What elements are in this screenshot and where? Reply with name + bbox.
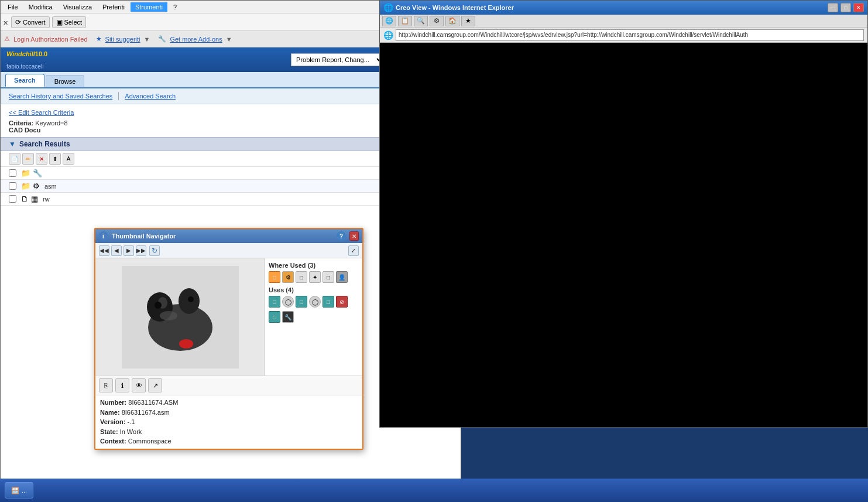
meta-context-label: Context: (100, 438, 126, 445)
ie-content-area (380, 43, 867, 427)
uses-icon-7[interactable]: □ (269, 311, 280, 323)
where-used-icon-2[interactable]: ⚙ (282, 271, 294, 283)
edit-btn[interactable]: ✏ (22, 153, 34, 165)
advanced-search-link[interactable]: Advanced Search (125, 93, 176, 100)
ie-close-button[interactable]: ✕ (853, 3, 864, 12)
row-text-rw: rw (43, 196, 50, 203)
row-icon-doc: 🗋 (21, 194, 29, 203)
ie-icons-toolbar: 🌐 📋 🔍 ⚙ 🏠 ★ (380, 15, 867, 28)
meta-state-label: State: (100, 428, 118, 435)
uses-icon-3[interactable]: □ (296, 296, 307, 308)
uses-icon-6[interactable]: ⊘ (336, 296, 348, 308)
nav-prev-button[interactable]: ◀ (111, 245, 122, 256)
search-history-link[interactable]: Search History and Saved Searches (9, 93, 112, 100)
popup-title: Thumbnail Navigator (112, 233, 333, 240)
convert-icon: ⟳ (15, 18, 21, 26)
popup-metadata: Number: 8I66311674.ASM Name: 8I66311674.… (95, 395, 362, 449)
row-checkbox[interactable] (9, 182, 16, 190)
meta-name-value: 8I66311674.asm (122, 409, 170, 416)
collapse-icon[interactable]: ▼ (9, 140, 16, 148)
taskbar-item[interactable]: 🪟 ... (5, 482, 33, 498)
uses-icon-4[interactable]: ◯ (309, 296, 321, 308)
row-icon-grid: ▦ (31, 194, 38, 203)
popup-expand-button[interactable]: ⤢ (348, 245, 359, 256)
menu-modifica[interactable]: Modifica (24, 2, 57, 12)
meta-version-value: -.1 (127, 418, 135, 425)
criteria-keyword-value: Keyword=8 (35, 119, 67, 127)
checkin-btn[interactable]: ⬆ (49, 153, 61, 165)
uses-icon-5[interactable]: □ (323, 296, 334, 308)
part-3d-svg (122, 266, 239, 368)
action-view-btn[interactable]: 👁 (132, 378, 146, 392)
ie-maximize-button[interactable]: □ (840, 3, 851, 12)
meta-number-value: 8I66311674.ASM (128, 399, 178, 406)
menu-visualizza[interactable]: Visualizza (59, 2, 97, 12)
nav-next-button[interactable]: ▶ (123, 245, 134, 256)
nav-last-button[interactable]: ▶▶ (136, 245, 146, 256)
edit-criteria-link[interactable]: << Edit Search Criteria (9, 109, 74, 116)
convert-label: Convert (23, 19, 46, 26)
search-results-title: Search Results (19, 140, 70, 148)
popup-header: i Thumbnail Navigator ? ✕ (95, 229, 362, 243)
nav-first-button[interactable]: ◀◀ (99, 245, 109, 256)
select-button[interactable]: ▣ Select (52, 16, 87, 28)
row-checkbox[interactable] (9, 195, 16, 203)
nav-refresh-button[interactable]: ↻ (149, 245, 160, 256)
thumbnail-popup: i Thumbnail Navigator ? ✕ ◀◀ ◀ ▶ ▶▶ ↻ ⤢ (94, 228, 363, 450)
uses-icon-8[interactable]: 🔧 (282, 311, 294, 323)
ie-toolbar-btn-3[interactable]: 🔍 (414, 16, 428, 26)
svg-point-7 (160, 311, 177, 320)
new-doc-btn[interactable]: 📄 (9, 153, 20, 165)
uses-title: Uses (4) (269, 286, 359, 293)
meta-number-label: Number: (100, 399, 126, 406)
ie-toolbar-btn-5[interactable]: 🏠 (445, 16, 459, 26)
where-used-icon-4[interactable]: ✦ (309, 271, 321, 283)
convert-button[interactable]: ⟳ Convert (11, 16, 50, 28)
ie-toolbar-btn-6[interactable]: ★ (461, 16, 475, 26)
uses-icon-1[interactable]: □ (269, 296, 280, 308)
action-export-btn[interactable]: ↗ (148, 378, 162, 392)
ie-url-icon: 🌐 (383, 30, 393, 40)
popup-thumbnail-area (95, 258, 265, 375)
delete-btn[interactable]: ✕ (36, 153, 47, 165)
uses-icon-2[interactable]: ◯ (282, 296, 294, 308)
menu-help[interactable]: ? (169, 2, 181, 12)
ie-toolbar-btn-2[interactable]: 📋 (398, 16, 412, 26)
menu-preferiti[interactable]: Preferiti (98, 2, 129, 12)
popup-question-icon[interactable]: ? (337, 231, 346, 241)
windchill-user: fabio.toccaceli (6, 63, 47, 70)
action-copy-btn[interactable]: ⎘ (99, 378, 113, 392)
meta-state-value: In Work (120, 428, 142, 435)
ie-toolbar-btn-1[interactable]: 🌐 (382, 16, 396, 26)
ie-title: Creo View - Windows Internet Explorer (396, 4, 825, 11)
sites-label[interactable]: Siti suggeriti (105, 36, 140, 43)
version-badge: 10.0 (35, 50, 47, 57)
where-used-title: Where Used (3) (269, 262, 359, 269)
popup-close-button[interactable]: ✕ (349, 231, 359, 241)
ie-toolbar-btn-4[interactable]: ⚙ (430, 16, 444, 26)
where-used-icon-3[interactable]: □ (296, 271, 307, 283)
popup-nav: ◀◀ ◀ ▶ ▶▶ ↻ ⤢ (95, 243, 362, 258)
cad-doc-label: CAD Docu (9, 127, 40, 134)
ie-url-input[interactable] (396, 29, 864, 41)
where-used-icon-1[interactable]: □ (269, 271, 280, 283)
where-used-icon-5[interactable]: □ (323, 271, 334, 283)
row-checkbox[interactable] (9, 169, 16, 177)
where-used-icon-6[interactable]: 👤 (336, 271, 348, 283)
addons-label[interactable]: Get more Add-ons (170, 36, 222, 43)
extra-btn[interactable]: A (63, 153, 74, 165)
tab-search[interactable]: Search (5, 74, 44, 87)
popup-info-panel: Where Used (3) □ ⚙ □ ✦ □ 👤 Uses (4) □ ◯ … (265, 258, 362, 375)
criteria-label: Criteria: (9, 119, 33, 127)
separator (118, 92, 119, 100)
ie-minimize-button[interactable]: — (828, 3, 838, 12)
window-close-icon[interactable]: ✕ (3, 19, 9, 25)
action-info-btn[interactable]: ℹ (115, 378, 129, 392)
search-category-dropdown[interactable]: Problem Report, Chang... (291, 53, 385, 66)
svg-point-6 (179, 339, 193, 349)
ie-address-bar: 🌐 (380, 28, 867, 43)
menu-file[interactable]: File (3, 2, 23, 12)
tab-browse[interactable]: Browse (46, 75, 85, 87)
menu-strumenti[interactable]: Strumenti (131, 2, 167, 12)
popup-help-icon: i (99, 231, 108, 241)
